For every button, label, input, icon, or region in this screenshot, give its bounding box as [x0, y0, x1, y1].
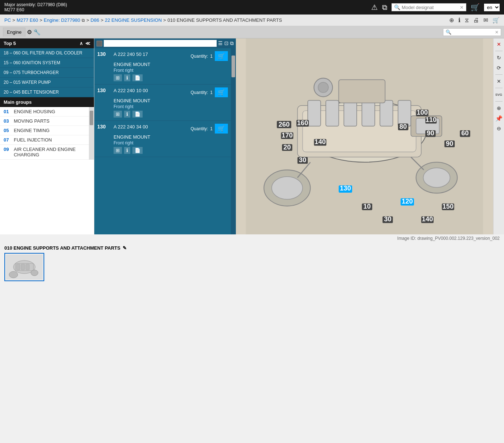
part-1-qty: Quantity: 1 🛒 — [190, 87, 228, 97]
tab-icon-wrench[interactable]: 🔧 — [33, 29, 41, 36]
part-2-table-btn[interactable]: ⊞ — [114, 147, 122, 154]
part-0-table-btn[interactable]: ⊞ — [114, 74, 122, 81]
main-group-01[interactable]: 01 ENGINE HOUSING — [0, 107, 89, 116]
header-actions: ⚠ ⧉ 🔍 ✕ 🛒 en de fr — [371, 3, 500, 12]
svg-point-11 — [272, 177, 303, 200]
breadcrumb-suspension[interactable]: 22 ENGINE SUSPENSION — [105, 17, 162, 23]
breadcrumb-pc[interactable]: PC — [4, 17, 11, 23]
parts-list-scrollbar[interactable] — [231, 48, 236, 234]
breadcrumb-engine[interactable]: Engine: D277980 — [44, 17, 80, 23]
svg-text:160: 160 — [297, 119, 308, 127]
main-group-num-01: 01 — [4, 109, 11, 114]
part-1-actions: ⊞ ℹ 📄 — [114, 111, 228, 118]
close-diagram-icon[interactable]: ✕ — [495, 40, 503, 49]
zoom-out-diagram-icon[interactable]: ⊖ — [495, 124, 503, 133]
part-item-2[interactable]: 130 A 222 240 34 00 Quantity: 1 🛒 ENGINE… — [94, 121, 231, 157]
part-0-qty-val: 1 — [210, 54, 213, 59]
part-item-1[interactable]: 130 A 222 240 10 00 Quantity: 1 🛒 ENGINE… — [94, 85, 231, 121]
part-0-cart-btn[interactable]: 🛒 — [215, 51, 228, 61]
top5-header: Top 5 ∧ ≪ — [0, 38, 94, 48]
separator-4 — [495, 101, 503, 102]
part-1-doc-btn[interactable]: 📄 — [132, 111, 143, 118]
part-0-info-btn[interactable]: ℹ — [124, 74, 130, 81]
thumbnail-0[interactable] — [4, 253, 44, 281]
warning-icon[interactable]: ⚠ — [371, 3, 378, 12]
info-icon[interactable]: ℹ — [458, 17, 460, 24]
part-1-table-btn[interactable]: ⊞ — [114, 111, 122, 118]
fullscreen-icon[interactable]: ⧉ — [230, 40, 234, 46]
svg-text:100: 100 — [417, 108, 428, 116]
part-0-actions: ⊞ ℹ 📄 — [114, 74, 228, 81]
rotate-icon[interactable]: ↻ — [495, 53, 503, 62]
part-1-qty-label: Quantity: — [190, 90, 208, 95]
crosshair-icon[interactable]: ✕ — [495, 77, 503, 86]
part-1-qty-val: 1 — [210, 90, 213, 95]
part-2-info-btn[interactable]: ℹ — [124, 147, 130, 154]
tab-engine[interactable]: Engine — [3, 28, 25, 37]
bottom-edit-icon[interactable]: ✎ — [123, 245, 127, 251]
part-item-0[interactable]: 130 A 222 240 50 17 Quantity: 1 🛒 ENGINE… — [94, 48, 231, 85]
search-box[interactable]: 🔍 ✕ — [392, 3, 466, 11]
print-icon[interactable]: 🖨 — [473, 17, 479, 24]
zoom-in-diagram-icon[interactable]: ⊕ — [495, 104, 503, 112]
sidebar-scrollbar[interactable] — [89, 107, 94, 160]
history-icon[interactable]: ⟳ — [495, 63, 503, 72]
expand-view-icon[interactable]: ⊡ — [224, 40, 229, 46]
top5-item-3[interactable]: 20 – 015 WATER PUMP — [0, 78, 94, 87]
main-group-03[interactable]: 03 MOVING PARTS — [0, 116, 89, 126]
clear-search-icon[interactable]: ✕ — [460, 5, 464, 10]
bottom-section: 010 ENGINE SUPPORTS AND ATTACHMENT PARTS… — [0, 242, 504, 284]
svg-text:110: 110 — [425, 116, 437, 123]
main-group-label-03: MOVING PARTS — [14, 118, 49, 124]
cart-icon[interactable]: 🛒 — [471, 3, 480, 12]
part-0-doc-btn[interactable]: 📄 — [132, 74, 143, 81]
zoom-in-icon[interactable]: ⊕ — [449, 17, 454, 24]
lang-select[interactable]: en de fr — [484, 4, 500, 11]
part-2-cart-btn[interactable]: 🛒 — [215, 124, 228, 134]
part-1-cart-btn[interactable]: 🛒 — [215, 87, 228, 97]
tab-search-input[interactable] — [451, 29, 495, 35]
part-1-info-btn[interactable]: ℹ — [124, 111, 130, 118]
main-group-05[interactable]: 05 ENGINE TIMING — [0, 126, 89, 135]
main-group-label-05: ENGINE TIMING — [14, 128, 50, 133]
copy-icon[interactable]: ⧉ — [382, 3, 387, 12]
top5-item-4[interactable]: 20 – 045 BELT TENSIONER — [0, 87, 94, 97]
parts-search-input[interactable] — [104, 40, 217, 47]
svg-rect-4 — [308, 101, 321, 126]
breadcrumb-m277[interactable]: M277 E60 — [17, 17, 38, 23]
diagram-canvas: 260 170 160 110 140 80 100 — [236, 38, 493, 234]
basket-icon[interactable]: 🛒 — [492, 17, 500, 24]
search-input[interactable] — [402, 5, 460, 10]
tab-search-clear[interactable]: ✕ — [495, 30, 499, 35]
search-icon: 🔍 — [394, 4, 400, 10]
tab-icon-gear[interactable]: ⚙ — [27, 29, 32, 36]
close-top5-icon[interactable]: ≪ — [85, 41, 90, 46]
top5-item-1[interactable]: 15 – 060 IGNITION SYSTEM — [0, 58, 94, 68]
separator-1 — [495, 51, 503, 51]
major-assembly-label: Major assembly: D277980 (D86) — [4, 2, 67, 7]
tab-search[interactable]: 🔍 ✕ — [443, 28, 501, 36]
copy-engine-icon[interactable]: ⧉ — [82, 18, 85, 23]
svg-point-64 — [31, 270, 38, 276]
bottom-section-title: 010 ENGINE SUPPORTS AND ATTACHMENT PARTS… — [4, 245, 500, 251]
list-view-icon[interactable]: ☰ — [218, 40, 223, 46]
part-2-doc-btn[interactable]: 📄 — [132, 147, 143, 154]
main-group-num-05: 05 — [4, 128, 11, 133]
main-group-07[interactable]: 07 FUEL INJECTION — [0, 135, 89, 145]
top5-item-0[interactable]: 18 – 060 OIL FILTER AND OIL COOLER — [0, 48, 94, 58]
breadcrumb-d86[interactable]: D86 — [91, 17, 99, 23]
pin-icon[interactable]: 📌 — [495, 114, 503, 123]
main-groups-container: 01 ENGINE HOUSING 03 MOVING PARTS 05 ENG… — [0, 107, 94, 160]
parts-list-header: ☰ ⊡ ⧉ — [94, 38, 236, 48]
top5-item-2[interactable]: 09 – 075 TURBOCHARGER — [0, 68, 94, 78]
collapse-icon[interactable]: ∧ — [79, 41, 83, 46]
right-toolbar: ✕ ↻ ⟳ ✕ SVG ⊕ 📌 ⊖ — [493, 38, 504, 234]
main-group-09[interactable]: 09 AIR CLEANER AND ENGINE CHARGING — [0, 145, 89, 160]
thumbnail-svg — [6, 255, 42, 279]
svg-icon[interactable]: SVG — [495, 90, 503, 99]
part-2-qty-label: Quantity: — [190, 126, 208, 131]
parts-list-icon — [97, 41, 102, 46]
main-content: Top 5 ∧ ≪ 18 – 060 OIL FILTER AND OIL CO… — [0, 38, 504, 234]
mail-icon[interactable]: ✉ — [483, 17, 488, 24]
filter-icon[interactable]: ⧖ — [465, 17, 469, 24]
